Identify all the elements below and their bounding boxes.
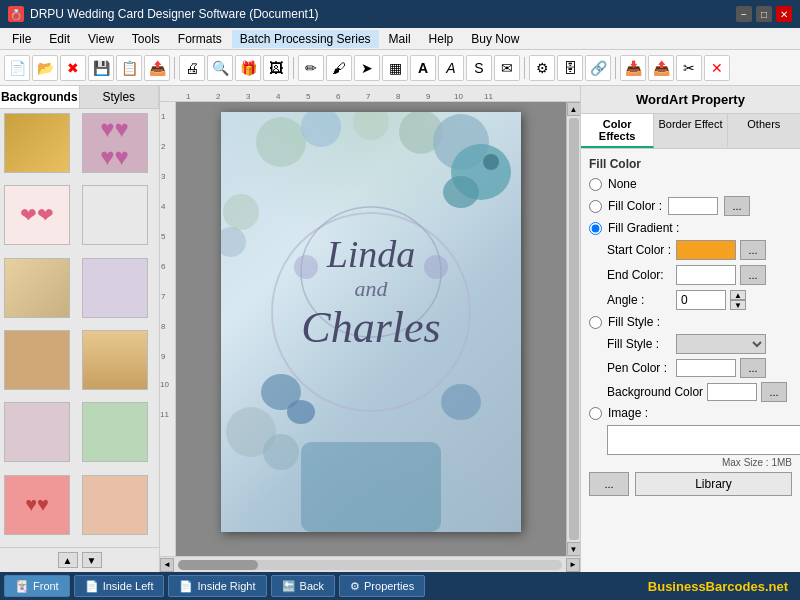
tab-border-effect[interactable]: Border Effect: [654, 114, 727, 148]
fill-color-label[interactable]: Fill Color :: [608, 199, 662, 213]
scroll-up-button[interactable]: ▲: [567, 102, 581, 116]
menu-edit[interactable]: Edit: [41, 30, 78, 48]
save-button[interactable]: 💾: [88, 55, 114, 81]
library-button[interactable]: Library: [635, 472, 792, 496]
open-button[interactable]: 📂: [32, 55, 58, 81]
menu-help[interactable]: Help: [421, 30, 462, 48]
menu-mail[interactable]: Mail: [381, 30, 419, 48]
properties-label: Properties: [364, 580, 414, 592]
print-button[interactable]: 🖨: [179, 55, 205, 81]
thumb-7[interactable]: [4, 330, 70, 390]
menu-tools[interactable]: Tools: [124, 30, 168, 48]
image-browse-button[interactable]: ...: [589, 472, 629, 496]
thumb-8[interactable]: [82, 330, 148, 390]
scroll-down-btn[interactable]: ▼: [82, 552, 102, 568]
menu-view[interactable]: View: [80, 30, 122, 48]
mail-button[interactable]: ✉: [494, 55, 520, 81]
close-button[interactable]: ✕: [776, 6, 792, 22]
fill-style-select[interactable]: [676, 334, 766, 354]
img-button[interactable]: 🖼: [263, 55, 289, 81]
arrow-button[interactable]: ➤: [354, 55, 380, 81]
tab-properties[interactable]: ⚙ Properties: [339, 575, 425, 597]
export2-button[interactable]: 📤: [648, 55, 674, 81]
title-bar: 💍 DRPU Wedding Card Designer Software (D…: [0, 0, 800, 28]
tab-back[interactable]: 🔙 Back: [271, 575, 335, 597]
new-button[interactable]: 📄: [4, 55, 30, 81]
start-color-box[interactable]: [676, 240, 736, 260]
close-doc-button[interactable]: ✖: [60, 55, 86, 81]
background-color-box[interactable]: [707, 383, 757, 401]
tab-others[interactable]: Others: [728, 114, 800, 148]
scroll-up-btn[interactable]: ▲: [58, 552, 78, 568]
import-button[interactable]: 📥: [620, 55, 646, 81]
fill-color-picker-button[interactable]: ...: [724, 196, 750, 216]
scroll-right-button[interactable]: ►: [566, 558, 580, 572]
pen-color-picker-button[interactable]: ...: [740, 358, 766, 378]
thumb-1[interactable]: [4, 113, 70, 173]
thumb-4[interactable]: [82, 185, 148, 245]
thumb-2[interactable]: ♥♥♥♥: [82, 113, 148, 173]
tab-color-effects[interactable]: Color Effects: [581, 114, 654, 148]
image-label[interactable]: Image :: [608, 406, 648, 420]
fill-gradient-label[interactable]: Fill Gradient :: [608, 221, 679, 235]
thumb-12[interactable]: [82, 475, 148, 535]
wordart-button[interactable]: A: [438, 55, 464, 81]
angle-input[interactable]: [676, 290, 726, 310]
paint-button[interactable]: 🖌: [326, 55, 352, 81]
menu-buynow[interactable]: Buy Now: [463, 30, 527, 48]
export-button[interactable]: 📤: [144, 55, 170, 81]
pen-button[interactable]: ✏: [298, 55, 324, 81]
remove-button[interactable]: ✕: [704, 55, 730, 81]
barcode-button[interactable]: ▦: [382, 55, 408, 81]
shape-button[interactable]: S: [466, 55, 492, 81]
fill-color-box[interactable]: [668, 197, 718, 215]
horizontal-scrollbar[interactable]: ◄ ►: [160, 556, 580, 572]
background-color-picker-button[interactable]: ...: [761, 382, 787, 402]
gift-button[interactable]: 🎁: [235, 55, 261, 81]
thumb-9[interactable]: [4, 402, 70, 462]
fill-style-radio[interactable]: [589, 316, 602, 329]
scroll-down-button[interactable]: ▼: [567, 542, 581, 556]
angle-up-button[interactable]: ▲: [730, 290, 746, 300]
connect-button[interactable]: 🔗: [585, 55, 611, 81]
angle-down-button[interactable]: ▼: [730, 300, 746, 310]
svg-point-6: [443, 176, 479, 208]
tab-styles[interactable]: Styles: [80, 86, 160, 108]
scroll-thumb-h[interactable]: [178, 560, 258, 570]
maximize-button[interactable]: □: [756, 6, 772, 22]
fill-style-option-row: Fill Style :: [589, 315, 792, 329]
fill-color-radio[interactable]: [589, 200, 602, 213]
menu-formats[interactable]: Formats: [170, 30, 230, 48]
fill-gradient-radio[interactable]: [589, 222, 602, 235]
text-button[interactable]: A: [410, 55, 436, 81]
pen-color-box[interactable]: [676, 359, 736, 377]
none-radio[interactable]: [589, 178, 602, 191]
thumb-6[interactable]: [82, 258, 148, 318]
thumb-10[interactable]: [82, 402, 148, 462]
image-radio[interactable]: [589, 407, 602, 420]
tab-backgrounds[interactable]: Backgrounds: [0, 86, 80, 108]
none-label[interactable]: None: [608, 177, 637, 191]
thumb-11[interactable]: ♥♥: [4, 475, 70, 535]
settings-button[interactable]: ⚙: [529, 55, 555, 81]
minimize-button[interactable]: −: [736, 6, 752, 22]
tab-inside-left[interactable]: 📄 Inside Left: [74, 575, 165, 597]
tab-front[interactable]: 🃏 Front: [4, 575, 70, 597]
vertical-scrollbar[interactable]: ▲ ▼: [566, 102, 580, 556]
canvas-viewport[interactable]: Linda and Charles: [176, 102, 566, 556]
end-color-picker-button[interactable]: ...: [740, 265, 766, 285]
start-color-picker-button[interactable]: ...: [740, 240, 766, 260]
menu-batch[interactable]: Batch Processing Series: [232, 30, 379, 48]
thumb-3[interactable]: ❤❤: [4, 185, 70, 245]
card-text: Linda and Charles: [301, 232, 440, 353]
menu-file[interactable]: File: [4, 30, 39, 48]
preview-button[interactable]: 🔍: [207, 55, 233, 81]
db-button[interactable]: 🗄: [557, 55, 583, 81]
save-as-button[interactable]: 📋: [116, 55, 142, 81]
end-color-box[interactable]: [676, 265, 736, 285]
fill-style-radio-label[interactable]: Fill Style :: [608, 315, 660, 329]
thumb-5[interactable]: [4, 258, 70, 318]
tab-inside-right[interactable]: 📄 Inside Right: [168, 575, 266, 597]
scroll-left-button[interactable]: ◄: [160, 558, 174, 572]
cut-button[interactable]: ✂: [676, 55, 702, 81]
